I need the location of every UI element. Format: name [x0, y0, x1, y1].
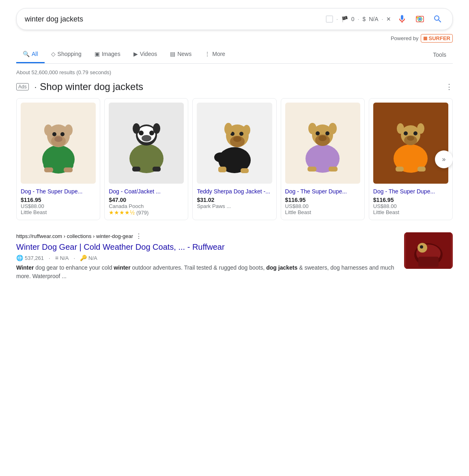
svg-point-21	[142, 135, 151, 142]
svg-point-10	[44, 124, 52, 136]
ads-dot-sep: ·	[34, 82, 37, 92]
svg-point-33	[224, 123, 232, 135]
svg-point-8	[60, 132, 65, 136]
videos-tab-icon: ▶	[133, 51, 138, 57]
tab-icon	[326, 15, 333, 23]
shopping-tab-icon: ◇	[51, 51, 56, 57]
svg-point-54	[417, 123, 424, 134]
svg-point-20	[149, 131, 154, 135]
tab-all[interactable]: 🔍 All	[16, 46, 45, 63]
meta-links: ≡ N/A	[55, 255, 69, 261]
svg-point-32	[233, 136, 241, 142]
traffic-value: 537,261	[25, 255, 44, 261]
product-card-3[interactable]: Teddy Sherpa Dog Jacket -... $31.02 Spar…	[192, 98, 276, 220]
svg-rect-36	[241, 168, 249, 173]
tab-more[interactable]: ⋮ More	[198, 46, 232, 63]
tab-news-label: News	[177, 51, 191, 57]
svg-point-0	[419, 18, 421, 20]
dot-separator: ·	[336, 16, 338, 22]
tab-shopping[interactable]: ◇ Shopping	[45, 46, 88, 63]
tab-shopping-label: Shopping	[58, 51, 82, 57]
product-price-2: $47.00	[109, 197, 184, 203]
product-seller-3: Spark Paws ...	[197, 203, 272, 209]
next-arrow-button[interactable]: »	[435, 150, 453, 168]
ads-title: Shop winter dog jackets	[40, 81, 143, 92]
svg-rect-35	[218, 167, 226, 172]
product-cards-container: Dog - The Super Dupe... $116.95 US$88.00…	[16, 98, 453, 220]
svg-rect-55	[396, 167, 404, 172]
key-icon: 🔑	[80, 255, 87, 261]
result-url-text: https://ruffwear.com › collections › win…	[16, 233, 133, 239]
product-seller-5: Little Beast	[373, 209, 448, 215]
results-count: About 52,600,000 results (0.79 seconds)	[16, 66, 453, 81]
product-image-1	[21, 103, 96, 184]
svg-point-62	[420, 245, 423, 249]
images-tab-icon: ▣	[95, 51, 100, 57]
ads-menu-icon[interactable]: ⋮	[445, 82, 453, 91]
camera-button[interactable]	[413, 13, 426, 26]
flag-icon: 🏴	[341, 16, 348, 22]
product-seller-2: Canada Pooch	[109, 203, 184, 209]
result-title-link[interactable]: Winter Dog Gear | Cold Weather Dog Coats…	[16, 242, 396, 252]
dollar-icon: $	[362, 16, 366, 22]
svg-point-7	[52, 132, 56, 136]
svg-rect-25	[153, 167, 161, 172]
meta-dot-1: ·	[49, 255, 50, 261]
product-title-5: Dog - The Super Dupe...	[373, 188, 448, 195]
tools-button[interactable]: Tools	[426, 47, 453, 63]
result-url-menu[interactable]: ⋮	[136, 232, 142, 240]
tab-images[interactable]: ▣ Images	[88, 46, 127, 63]
result-snippet: Winter dog gear to enhance your cold win…	[16, 264, 396, 281]
product-title-1: Dog - The Super Dupe...	[21, 188, 96, 195]
tab-videos[interactable]: ▶ Videos	[127, 46, 164, 63]
svg-point-43	[308, 123, 316, 134]
svg-point-19	[139, 131, 144, 135]
dot-separator-3: ·	[382, 16, 383, 22]
result-thumbnail-1	[404, 232, 453, 269]
svg-rect-24	[132, 167, 140, 172]
tab-images-label: Images	[102, 51, 120, 57]
svg-point-51	[413, 131, 417, 135]
product-image-4	[285, 103, 360, 184]
svg-rect-60	[418, 257, 439, 267]
svg-rect-15	[64, 167, 73, 172]
svg-rect-56	[417, 167, 426, 172]
tab-more-label: More	[212, 51, 225, 57]
organic-content-1: https://ruffwear.com › collections › win…	[16, 232, 396, 281]
svg-point-40	[316, 131, 320, 135]
product-price-4: $116.95	[285, 197, 360, 203]
product-price-3: $31.02	[197, 197, 272, 203]
mic-button[interactable]	[396, 13, 409, 26]
search-input[interactable]	[25, 15, 326, 24]
product-image-2	[109, 103, 184, 184]
keywords-value: N/A	[88, 255, 97, 261]
product-image-3	[197, 103, 272, 184]
svg-rect-46	[329, 167, 338, 172]
tab-news[interactable]: ▤ News	[164, 46, 198, 63]
product-seller-1: Little Beast	[21, 209, 96, 215]
svg-point-34	[243, 125, 250, 135]
svg-point-50	[404, 131, 408, 135]
product-title-2: Dog - Coat/Jacket ...	[109, 188, 184, 195]
close-icon[interactable]: ×	[386, 15, 391, 24]
svg-rect-45	[308, 167, 316, 172]
surfer-badge: ▦ SURFER	[421, 34, 453, 43]
svg-point-11	[65, 124, 73, 136]
meta-traffic: 🌐 537,261	[16, 255, 44, 261]
search-submit-button[interactable]	[431, 13, 444, 26]
svg-point-41	[325, 131, 329, 135]
product-card-1[interactable]: Dog - The Super Dupe... $116.95 US$88.00…	[16, 98, 100, 220]
product-price-5: $116.95	[373, 197, 448, 203]
result-meta-bar: 🌐 537,261 · ≡ N/A · 🔑 N/A	[16, 255, 396, 261]
product-seller-4: Little Beast	[285, 209, 360, 215]
na-label: N/A	[369, 16, 378, 22]
search-bar[interactable]: · 🏴 0 · $ N/A · ×	[16, 8, 453, 30]
organic-result-1: https://ruffwear.com › collections › win…	[16, 232, 453, 281]
svg-point-44	[329, 123, 337, 134]
more-tab-icon: ⋮	[204, 51, 210, 57]
surfer-icon: ▦	[423, 36, 427, 41]
product-card-2[interactable]: Dog - Coat/Jacket ... $47.00 Canada Pooc…	[104, 98, 188, 220]
meta-dot-2: ·	[73, 255, 75, 261]
result-url-line: https://ruffwear.com › collections › win…	[16, 232, 396, 240]
product-card-4[interactable]: Dog - The Super Dupe... $116.95 US$88.00…	[281, 98, 365, 220]
